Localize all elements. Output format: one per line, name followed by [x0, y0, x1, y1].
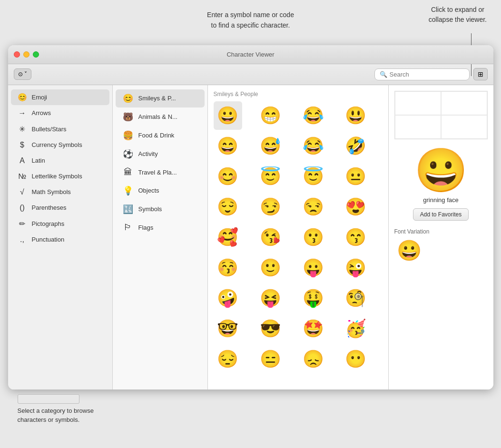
- category-item-flags[interactable]: 🏳 Flags: [116, 219, 205, 236]
- search-box: 🔍: [374, 68, 470, 80]
- sidebar-item-currency[interactable]: $ Currency Symbols: [11, 137, 109, 153]
- category-item-smileys[interactable]: 😊 Smileys & P...: [116, 89, 205, 107]
- flags-category-icon: 🏳: [122, 223, 134, 233]
- emoji-grid: 😀😁😂😃😄😅😂🤣😊😇😇😐😌😏😒😍🥰😘😗😙😚🙂😛😜🤪😝🤑🧐🤓😎🤩🥳😔😑😞😶: [214, 101, 383, 373]
- emoji-cell-4[interactable]: 😄: [214, 132, 242, 160]
- emoji-cell-8[interactable]: 😊: [214, 162, 242, 191]
- sidebar-item-label-currency: Currency Symbols: [32, 141, 82, 148]
- emoji-cell-14[interactable]: 😒: [299, 193, 327, 221]
- maximize-button[interactable]: [33, 51, 39, 58]
- emoji-cell-26[interactable]: 🤑: [299, 284, 327, 312]
- emoji-cell-25[interactable]: 😝: [256, 284, 285, 312]
- search-input[interactable]: [390, 71, 464, 78]
- annotation-top-right: Click to expand orcollapse the viewer.: [429, 5, 487, 25]
- sidebar-item-pictographs[interactable]: ✏ Pictographs: [11, 216, 109, 232]
- action-menu-button[interactable]: ⊙ ˅: [14, 68, 31, 80]
- emoji-cell-22[interactable]: 😛: [299, 253, 327, 282]
- sidebar-item-punctuation[interactable]: ., Punctuation: [11, 232, 109, 247]
- currency-icon: $: [18, 141, 27, 149]
- emoji-cell-24[interactable]: 🤪: [214, 284, 242, 312]
- emoji-cell-35[interactable]: 😶: [342, 345, 370, 373]
- emoji-icon: 😊: [18, 93, 27, 102]
- sidebar-item-parentheses[interactable]: () Parentheses: [11, 200, 109, 215]
- emoji-cell-2[interactable]: 😂: [299, 101, 327, 130]
- category-item-food[interactable]: 🍔 Food & Drink: [116, 127, 205, 145]
- sidebar-item-label-latin: Latin: [32, 157, 45, 164]
- emoji-cell-31[interactable]: 🥳: [342, 314, 370, 343]
- emoji-cell-9[interactable]: 😇: [256, 162, 285, 191]
- emoji-cell-28[interactable]: 🤓: [214, 314, 242, 343]
- sidebar-item-letterlike[interactable]: № Letterlike Symbols: [11, 169, 109, 184]
- emoji-cell-17[interactable]: 😘: [256, 223, 285, 252]
- sidebar-item-arrows[interactable]: → Arrows: [11, 106, 109, 121]
- expand-button[interactable]: ⊞: [473, 68, 488, 80]
- emoji-cell-21[interactable]: 🙂: [256, 253, 285, 282]
- category-item-activity[interactable]: ⚽ Activity: [116, 145, 205, 163]
- emoji-cell-7[interactable]: 🤣: [342, 132, 370, 160]
- emoji-cell-15[interactable]: 😍: [342, 193, 370, 221]
- detail-character-name: grinning face: [423, 196, 458, 204]
- bottom-annotation-text: Select a category to browsecharacters or…: [18, 407, 94, 424]
- category-item-symbols[interactable]: 🔣 Symbols: [116, 200, 205, 218]
- sidebar-item-latin[interactable]: A Latin: [11, 153, 109, 168]
- sidebar-item-bullets[interactable]: ✳ Bullets/Stars: [11, 121, 109, 137]
- left-sidebar: 😊 Emoji → Arrows ✳ Bullets/Stars $ Curre…: [8, 85, 113, 390]
- annotation-area: Enter a symbol name or codeto find a spe…: [0, 5, 501, 45]
- emoji-cell-12[interactable]: 😌: [214, 193, 242, 221]
- detail-big-emoji: 😀: [414, 149, 468, 192]
- emoji-cell-32[interactable]: 😔: [214, 345, 242, 373]
- punctuation-icon: .,: [18, 235, 27, 244]
- emoji-cell-5[interactable]: 😅: [256, 132, 285, 160]
- detail-cell-3: [395, 115, 441, 139]
- letterlike-icon: №: [18, 172, 27, 181]
- sidebar-item-label-letterlike: Letterlike Symbols: [32, 173, 82, 180]
- scrollbar-indicator[interactable]: [18, 394, 79, 404]
- close-button[interactable]: [14, 51, 20, 58]
- sidebar-item-label-pictographs: Pictographs: [32, 220, 65, 227]
- add-to-favorites-button[interactable]: Add to Favorites: [413, 208, 469, 221]
- category-item-objects[interactable]: 💡 Objects: [116, 182, 205, 200]
- emoji-cell-16[interactable]: 🥰: [214, 223, 242, 252]
- sidebar-item-emoji[interactable]: 😊 Emoji: [11, 89, 109, 105]
- content-area: 😊 Emoji → Arrows ✳ Bullets/Stars $ Curre…: [8, 85, 493, 390]
- detail-cell-4: [441, 115, 487, 139]
- sidebar-item-label-emoji: Emoji: [32, 94, 48, 101]
- section-title: Smileys & People: [214, 91, 383, 97]
- emoji-cell-20[interactable]: 😚: [214, 253, 242, 282]
- arrows-icon: →: [18, 109, 27, 117]
- emoji-cell-18[interactable]: 😗: [299, 223, 327, 252]
- emoji-cell-34[interactable]: 😞: [299, 345, 327, 373]
- emoji-cell-3[interactable]: 😃: [342, 101, 370, 130]
- toolbar: ⊙ ˅ 🔍 ⊞: [8, 64, 493, 85]
- expand-icon: ⊞: [478, 70, 483, 78]
- detail-grid: [394, 91, 488, 139]
- emoji-cell-1[interactable]: 😁: [256, 101, 285, 130]
- emoji-cell-29[interactable]: 😎: [256, 314, 285, 343]
- emoji-cell-19[interactable]: 😙: [342, 223, 370, 252]
- emoji-cell-11[interactable]: 😐: [342, 162, 370, 191]
- emoji-cell-27[interactable]: 🧐: [342, 284, 370, 312]
- category-label-travel: Travel & Pla...: [138, 169, 177, 176]
- emoji-cell-13[interactable]: 😏: [256, 193, 285, 221]
- emoji-cell-23[interactable]: 😜: [342, 253, 370, 282]
- category-label-flags: Flags: [138, 224, 154, 231]
- emoji-cell-6[interactable]: 😂: [299, 132, 327, 160]
- emoji-cell-30[interactable]: 🤩: [299, 314, 327, 343]
- sidebar-item-label-punctuation: Punctuation: [32, 236, 65, 243]
- action-icon: ⊙: [18, 71, 23, 78]
- category-label-activity: Activity: [138, 150, 158, 157]
- category-item-animals[interactable]: 🐻 Animals & N...: [116, 108, 205, 126]
- category-label-objects: Objects: [138, 187, 159, 194]
- objects-category-icon: 💡: [122, 185, 134, 196]
- emoji-cell-10[interactable]: 😇: [299, 162, 327, 191]
- font-variation-title: Font Variation: [394, 228, 430, 235]
- category-label-food: Food & Drink: [138, 132, 175, 139]
- emoji-cell-0[interactable]: 😀: [214, 101, 242, 130]
- animals-category-icon: 🐻: [122, 112, 134, 122]
- category-item-travel[interactable]: 🏛 Travel & Pla...: [116, 164, 205, 181]
- sidebar-item-math[interactable]: √ Math Symbols: [11, 185, 109, 200]
- travel-category-icon: 🏛: [122, 167, 134, 177]
- minimize-button[interactable]: [23, 51, 29, 58]
- latin-icon: A: [18, 156, 27, 165]
- emoji-cell-33[interactable]: 😑: [256, 345, 285, 373]
